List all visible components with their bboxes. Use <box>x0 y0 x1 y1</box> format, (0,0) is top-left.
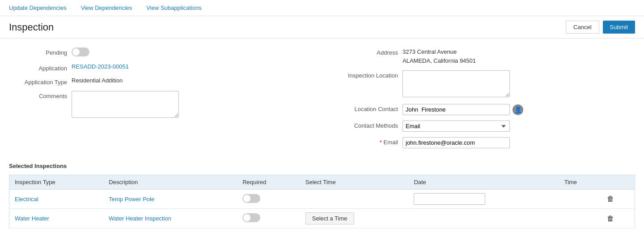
row1-delete: 🗑 <box>602 190 635 209</box>
location-contact-input[interactable] <box>402 104 510 115</box>
col-inspection-type: Inspection Type <box>9 175 104 190</box>
row2-required <box>237 209 300 228</box>
row1-date: 📅 <box>408 190 559 209</box>
row2-time <box>559 209 602 228</box>
col-required: Required <box>237 175 300 190</box>
table-row: Water Heater Water Heater Inspection Sel… <box>9 209 635 228</box>
col-actions <box>602 175 635 190</box>
pending-label: Pending <box>9 47 72 56</box>
header-actions: Cancel Submit <box>566 21 635 34</box>
comments-label: Comments <box>9 91 72 99</box>
row2-date <box>408 209 559 228</box>
form-left: Pending Application RESADD-2023-00051 Ap… <box>9 47 313 154</box>
location-contact-value: 👤 <box>402 104 635 115</box>
location-contact-wrapper: 👤 <box>402 104 635 115</box>
form-layout: Pending Application RESADD-2023-00051 Ap… <box>9 47 635 154</box>
row1-required-slider <box>242 194 260 203</box>
row1-time <box>559 190 602 209</box>
col-select-time: Select Time <box>300 175 409 190</box>
row1-description-link[interactable]: Temp Power Pole <box>109 196 154 203</box>
contact-methods-select[interactable]: Email Phone Mail <box>402 121 510 132</box>
application-label: Application <box>9 63 72 72</box>
nav-update-dependencies[interactable]: Update Dependencies <box>9 4 67 11</box>
table-header-row: Inspection Type Description Required Sel… <box>9 175 635 190</box>
col-description: Description <box>103 175 237 190</box>
row1-inspection-type: Electrical <box>9 190 104 209</box>
comments-input[interactable] <box>72 91 179 118</box>
location-contact-label: Location Contact <box>331 104 402 112</box>
table-body: Electrical Temp Power Pole 📅 <box>9 190 635 228</box>
row2-delete: 🗑 <box>602 209 635 228</box>
application-type-value: Residential Addition <box>72 77 313 84</box>
inspections-table: Inspection Type Description Required Sel… <box>9 175 635 228</box>
contact-methods-value: Email Phone Mail <box>402 121 635 132</box>
row1-date-input[interactable] <box>414 194 485 204</box>
inspection-location-row: Inspection Location <box>331 70 635 99</box>
col-date: Date <box>408 175 559 190</box>
pending-toggle[interactable] <box>72 47 89 56</box>
application-type-label: Application Type <box>9 77 72 86</box>
row2-inspection-type-link[interactable]: Water Heater <box>15 215 49 222</box>
address-row: Address 3273 Central Avenue ALAMEDA, Cal… <box>331 47 635 65</box>
inspection-location-label: Inspection Location <box>331 70 402 79</box>
application-text: RESADD-2023-00051 <box>72 61 129 70</box>
inspection-location-input[interactable] <box>402 70 510 97</box>
select-time-button[interactable]: Select a Time <box>305 212 354 224</box>
table-row: Electrical Temp Power Pole 📅 <box>9 190 635 209</box>
table-header: Inspection Type Description Required Sel… <box>9 175 635 190</box>
application-type-text: Residential Addition <box>72 75 123 84</box>
application-type-row: Application Type Residential Addition <box>9 77 313 86</box>
nav-view-dependencies[interactable]: View Dependencies <box>81 4 132 11</box>
top-navigation: Update Dependencies View Dependencies Vi… <box>0 0 644 16</box>
selected-inspections-header: Selected Inspections <box>9 163 635 171</box>
address-value: 3273 Central Avenue ALAMEDA, California … <box>402 47 635 65</box>
row2-required-toggle[interactable] <box>242 213 260 222</box>
application-row: Application RESADD-2023-00051 <box>9 63 313 72</box>
row2-description: Water Heater Inspection <box>103 209 237 228</box>
row2-required-slider <box>242 213 260 222</box>
address-line1: 3273 Central Avenue <box>402 47 635 56</box>
application-value: RESADD-2023-00051 <box>72 63 313 70</box>
row1-inspection-type-link[interactable]: Electrical <box>15 196 38 203</box>
row1-required-toggle[interactable] <box>242 194 260 203</box>
comments-value <box>72 91 313 119</box>
col-time: Time <box>559 175 602 190</box>
cancel-button[interactable]: Cancel <box>566 21 599 34</box>
location-contact-row: Location Contact 👤 <box>331 104 635 115</box>
contact-methods-row: Contact Methods Email Phone Mail <box>331 121 635 132</box>
row2-inspection-type: Water Heater <box>9 209 104 228</box>
person-icon[interactable]: 👤 <box>513 104 523 115</box>
email-row: Email <box>331 137 635 148</box>
comments-row: Comments <box>9 91 313 119</box>
row1-delete-icon[interactable]: 🗑 <box>607 195 614 203</box>
email-label: Email <box>331 137 402 146</box>
pending-slider <box>72 47 89 56</box>
inspection-location-value <box>402 70 635 99</box>
page-title: Inspection <box>9 22 54 33</box>
form-right: Address 3273 Central Avenue ALAMEDA, Cal… <box>331 47 635 154</box>
email-value <box>402 137 635 148</box>
row2-delete-icon[interactable]: 🗑 <box>607 215 614 222</box>
contact-methods-label: Contact Methods <box>331 121 402 129</box>
pending-row: Pending <box>9 47 313 58</box>
submit-button[interactable]: Submit <box>603 21 635 34</box>
row1-select-time <box>300 190 409 209</box>
address-line2: ALAMEDA, California 94501 <box>402 56 635 65</box>
row1-description: Temp Power Pole <box>103 190 237 209</box>
email-input[interactable] <box>402 137 510 148</box>
row2-select-time: Select a Time <box>300 209 409 228</box>
page-header: Inspection Cancel Submit <box>0 16 644 39</box>
row1-required <box>237 190 300 209</box>
main-content: Pending Application RESADD-2023-00051 Ap… <box>0 39 644 237</box>
row1-date-wrapper: 📅 <box>414 193 485 205</box>
nav-view-subapplications[interactable]: View Subapplications <box>146 4 201 11</box>
row2-description-link[interactable]: Water Heater Inspection <box>109 215 171 222</box>
pending-value <box>72 47 313 58</box>
address-label: Address <box>331 47 402 56</box>
